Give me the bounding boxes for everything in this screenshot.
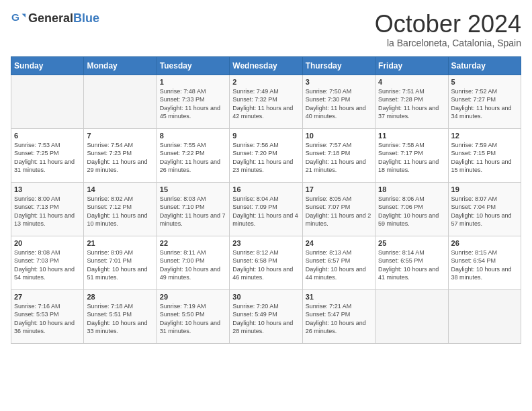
calendar-cell: 10Sunrise: 7:57 AM Sunset: 7:18 PM Dayli…: [302, 128, 375, 182]
calendar-cell: 18Sunrise: 8:06 AM Sunset: 7:06 PM Dayli…: [375, 182, 448, 236]
day-info: Sunrise: 8:04 AM Sunset: 7:09 PM Dayligh…: [232, 195, 299, 228]
day-info: Sunrise: 7:50 AM Sunset: 7:30 PM Dayligh…: [306, 87, 372, 121]
svg-text:G: G: [11, 11, 19, 23]
day-info: Sunrise: 8:09 AM Sunset: 7:01 PM Dayligh…: [87, 248, 153, 282]
calendar-cell: 16Sunrise: 8:04 AM Sunset: 7:09 PM Dayli…: [230, 182, 302, 236]
weekday-header: Saturday: [448, 56, 521, 75]
calendar-cell: 27Sunrise: 7:16 AM Sunset: 5:53 PM Dayli…: [11, 289, 84, 343]
day-number: 23: [232, 239, 299, 247]
calendar-cell: 24Sunrise: 8:13 AM Sunset: 6:57 PM Dayli…: [302, 236, 375, 289]
day-info: Sunrise: 7:53 AM Sunset: 7:25 PM Dayligh…: [14, 141, 81, 175]
day-number: 19: [451, 185, 518, 193]
calendar-cell: 11Sunrise: 7:58 AM Sunset: 7:17 PM Dayli…: [375, 128, 448, 182]
day-number: 26: [451, 239, 518, 247]
day-info: Sunrise: 8:11 AM Sunset: 7:00 PM Dayligh…: [160, 248, 226, 282]
day-number: 22: [160, 239, 226, 247]
calendar-cell: 19Sunrise: 8:07 AM Sunset: 7:04 PM Dayli…: [448, 182, 521, 236]
day-number: 11: [378, 132, 445, 140]
day-info: Sunrise: 8:03 AM Sunset: 7:10 PM Dayligh…: [160, 195, 226, 228]
calendar-cell: [448, 289, 521, 343]
month-title: October 2024: [375, 11, 521, 38]
day-info: Sunrise: 7:55 AM Sunset: 7:22 PM Dayligh…: [160, 141, 226, 175]
day-number: 7: [87, 132, 153, 140]
day-info: Sunrise: 7:54 AM Sunset: 7:23 PM Dayligh…: [87, 141, 153, 175]
day-info: Sunrise: 8:07 AM Sunset: 7:04 PM Dayligh…: [451, 195, 518, 228]
day-info: Sunrise: 7:18 AM Sunset: 5:51 PM Dayligh…: [87, 302, 153, 336]
day-number: 16: [232, 185, 299, 193]
day-info: Sunrise: 8:13 AM Sunset: 6:57 PM Dayligh…: [306, 248, 372, 282]
calendar-cell: 9Sunrise: 7:56 AM Sunset: 7:20 PM Daylig…: [230, 128, 302, 182]
weekday-header: Monday: [84, 56, 157, 75]
calendar-cell: 23Sunrise: 8:12 AM Sunset: 6:58 PM Dayli…: [230, 236, 302, 289]
calendar-cell: 8Sunrise: 7:55 AM Sunset: 7:22 PM Daylig…: [157, 128, 229, 182]
day-number: 28: [87, 293, 153, 301]
calendar-cell: 29Sunrise: 7:19 AM Sunset: 5:50 PM Dayli…: [157, 289, 229, 343]
day-number: 6: [14, 132, 81, 140]
calendar-cell: [375, 289, 448, 343]
calendar-cell: 20Sunrise: 8:08 AM Sunset: 7:03 PM Dayli…: [11, 236, 84, 289]
calendar-cell: 1Sunrise: 7:48 AM Sunset: 7:33 PM Daylig…: [157, 75, 229, 128]
title-area: October 2024 la Barceloneta, Catalonia, …: [375, 11, 521, 48]
page-header: G GeneralBlue October 2024 la Barcelonet…: [11, 11, 521, 48]
day-number: 25: [378, 239, 445, 247]
logo: G GeneralBlue: [11, 11, 99, 26]
day-info: Sunrise: 8:06 AM Sunset: 7:06 PM Dayligh…: [378, 195, 445, 228]
day-number: 13: [14, 185, 81, 193]
calendar-cell: 7Sunrise: 7:54 AM Sunset: 7:23 PM Daylig…: [84, 128, 157, 182]
weekday-header: Sunday: [11, 56, 84, 75]
day-info: Sunrise: 8:02 AM Sunset: 7:12 PM Dayligh…: [87, 195, 153, 228]
day-info: Sunrise: 7:49 AM Sunset: 7:32 PM Dayligh…: [232, 87, 299, 121]
day-number: 15: [160, 185, 226, 193]
day-info: Sunrise: 7:16 AM Sunset: 5:53 PM Dayligh…: [14, 302, 81, 336]
day-info: Sunrise: 7:51 AM Sunset: 7:28 PM Dayligh…: [378, 87, 445, 121]
calendar-cell: 28Sunrise: 7:18 AM Sunset: 5:51 PM Dayli…: [84, 289, 157, 343]
day-number: 31: [306, 293, 372, 301]
day-number: 1: [160, 78, 226, 86]
day-info: Sunrise: 7:59 AM Sunset: 7:15 PM Dayligh…: [451, 141, 518, 175]
day-number: 9: [232, 132, 299, 140]
day-info: Sunrise: 7:20 AM Sunset: 5:49 PM Dayligh…: [232, 302, 299, 336]
day-info: Sunrise: 8:15 AM Sunset: 6:54 PM Dayligh…: [451, 248, 518, 282]
calendar-cell: 17Sunrise: 8:05 AM Sunset: 7:07 PM Dayli…: [302, 182, 375, 236]
calendar-cell: 14Sunrise: 8:02 AM Sunset: 7:12 PM Dayli…: [84, 182, 157, 236]
day-number: 27: [14, 293, 81, 301]
calendar-cell: 21Sunrise: 8:09 AM Sunset: 7:01 PM Dayli…: [84, 236, 157, 289]
calendar-cell: 4Sunrise: 7:51 AM Sunset: 7:28 PM Daylig…: [375, 75, 448, 128]
day-number: 29: [160, 293, 226, 301]
day-number: 30: [232, 293, 299, 301]
calendar-cell: 22Sunrise: 8:11 AM Sunset: 7:00 PM Dayli…: [157, 236, 229, 289]
calendar-cell: 26Sunrise: 8:15 AM Sunset: 6:54 PM Dayli…: [448, 236, 521, 289]
calendar-cell: [84, 75, 157, 128]
day-info: Sunrise: 7:52 AM Sunset: 7:27 PM Dayligh…: [451, 87, 518, 121]
day-info: Sunrise: 8:05 AM Sunset: 7:07 PM Dayligh…: [306, 195, 372, 228]
day-number: 12: [451, 132, 518, 140]
calendar-cell: [11, 75, 84, 128]
calendar-cell: 13Sunrise: 8:00 AM Sunset: 7:13 PM Dayli…: [11, 182, 84, 236]
day-info: Sunrise: 7:58 AM Sunset: 7:17 PM Dayligh…: [378, 141, 445, 175]
day-number: 5: [451, 78, 518, 86]
calendar-cell: 5Sunrise: 7:52 AM Sunset: 7:27 PM Daylig…: [448, 75, 521, 128]
calendar-table: SundayMondayTuesdayWednesdayThursdayFrid…: [11, 56, 521, 344]
day-number: 24: [306, 239, 372, 247]
calendar-cell: 15Sunrise: 8:03 AM Sunset: 7:10 PM Dayli…: [157, 182, 229, 236]
weekday-header: Wednesday: [230, 56, 302, 75]
day-info: Sunrise: 7:57 AM Sunset: 7:18 PM Dayligh…: [306, 141, 372, 175]
day-number: 21: [87, 239, 153, 247]
day-number: 20: [14, 239, 81, 247]
logo-icon: G: [11, 11, 26, 26]
day-number: 10: [306, 132, 372, 140]
calendar-cell: 12Sunrise: 7:59 AM Sunset: 7:15 PM Dayli…: [448, 128, 521, 182]
logo-general-text: GeneralBlue: [28, 11, 99, 26]
day-info: Sunrise: 8:08 AM Sunset: 7:03 PM Dayligh…: [14, 248, 81, 282]
calendar-cell: 30Sunrise: 7:20 AM Sunset: 5:49 PM Dayli…: [230, 289, 302, 343]
day-number: 8: [160, 132, 226, 140]
day-number: 2: [232, 78, 299, 86]
weekday-header: Tuesday: [157, 56, 229, 75]
day-number: 18: [378, 185, 445, 193]
location-subtitle: la Barceloneta, Catalonia, Spain: [375, 38, 521, 48]
day-info: Sunrise: 7:48 AM Sunset: 7:33 PM Dayligh…: [160, 87, 226, 121]
day-info: Sunrise: 7:56 AM Sunset: 7:20 PM Dayligh…: [232, 141, 299, 175]
svg-marker-1: [22, 13, 26, 17]
calendar-cell: 6Sunrise: 7:53 AM Sunset: 7:25 PM Daylig…: [11, 128, 84, 182]
day-number: 4: [378, 78, 445, 86]
